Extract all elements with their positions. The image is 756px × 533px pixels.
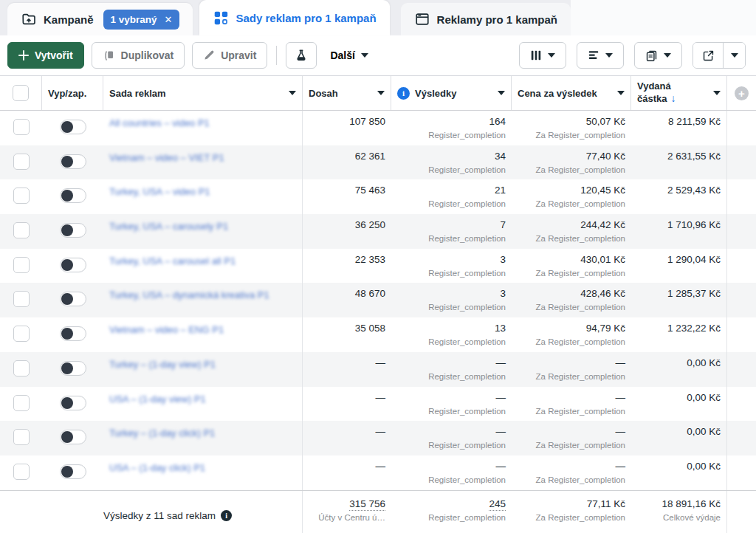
table-body: All countries – video P1 107 850 164 Reg… xyxy=(0,111,756,490)
adset-name[interactable]: Vietnam – video – VIET P1 xyxy=(109,150,296,164)
adset-active-toggle[interactable] xyxy=(60,430,86,444)
duplicate-icon xyxy=(103,49,115,62)
adset-name[interactable]: Turkey, USA – carousel all P1 xyxy=(109,253,296,267)
row-toggle-cell xyxy=(42,145,103,180)
results-cell: — Register_completion xyxy=(391,421,512,455)
header-reach-label: Dosah xyxy=(309,88,338,99)
selected-filter-badge[interactable]: 1 vybraný ✕ xyxy=(103,10,180,30)
export-button[interactable] xyxy=(693,43,723,68)
footer-results-value[interactable]: 245 xyxy=(489,498,506,511)
create-button[interactable]: Vytvořit xyxy=(7,42,84,69)
adset-name-cell: Turkey, USA – carousel all P1 xyxy=(103,249,303,283)
row-checkbox-cell xyxy=(0,455,42,490)
cost-cell: — Za Register_completion xyxy=(512,455,631,490)
row-checkbox[interactable] xyxy=(13,360,30,376)
row-checkbox[interactable] xyxy=(13,188,30,204)
reports-button[interactable] xyxy=(634,42,682,69)
adset-name[interactable]: USA – (1-day view) P1 xyxy=(109,391,296,405)
cost-value: 77,40 Kč xyxy=(518,150,625,162)
header-results[interactable]: i Výsledky xyxy=(391,76,512,110)
columns-button[interactable] xyxy=(519,42,566,69)
results-cell: 7 Register_completion xyxy=(391,214,512,249)
table-row: Turkey, USA – video P1 75 463 21 Registe… xyxy=(0,179,756,214)
row-checkbox[interactable] xyxy=(13,257,30,273)
row-toggle-cell xyxy=(42,214,103,249)
row-checkbox[interactable] xyxy=(13,222,30,238)
row-checkbox[interactable] xyxy=(13,429,30,445)
export-menu-button[interactable] xyxy=(723,43,745,68)
adset-active-toggle[interactable] xyxy=(60,154,86,169)
header-checkbox-cell xyxy=(0,76,42,110)
footer-reach-cell: 315 756 Účty v Centru ú… xyxy=(303,491,391,533)
adset-name[interactable]: Vietnam – video – ENG P1 xyxy=(109,322,296,336)
info-icon[interactable]: i xyxy=(221,510,232,521)
row-checkbox[interactable] xyxy=(13,154,30,170)
row-checkbox[interactable] xyxy=(13,119,30,135)
edit-button[interactable]: Upravit xyxy=(192,42,267,69)
adset-name-cell: USA – (1-day click) P1 xyxy=(103,455,303,490)
adset-name[interactable]: Turkey, USA – carousely P1 xyxy=(109,219,296,233)
adset-active-toggle[interactable] xyxy=(60,292,86,306)
footer-reach-value[interactable]: 315 756 xyxy=(349,498,385,511)
adset-active-toggle[interactable] xyxy=(60,361,86,376)
footer-summary-cell: Výsledky z 11 sad reklam i xyxy=(103,491,303,533)
cost-cell: 430,01 Kč Za Register_completion xyxy=(512,249,631,283)
spent-value: 0,00 Kč xyxy=(637,357,721,369)
row-checkbox[interactable] xyxy=(13,326,30,342)
header-reach[interactable]: Dosah xyxy=(303,76,391,110)
reach-cell: 35 058 xyxy=(303,317,391,352)
adset-active-toggle[interactable] xyxy=(60,464,86,479)
sort-descending-icon: ↓ xyxy=(670,92,676,104)
toggle-knob xyxy=(61,190,73,202)
spent-cell: 1 290,04 Kč xyxy=(631,249,727,283)
header-spent[interactable]: Vydaná částka↓ xyxy=(631,76,727,110)
more-button[interactable]: Další xyxy=(324,42,374,69)
reach-cell: 36 250 xyxy=(303,214,391,249)
chevron-down-icon[interactable] xyxy=(377,91,385,95)
tab-ads[interactable]: Reklamy pro 1 kampaň xyxy=(401,3,571,35)
results-cell: 164 Register_completion xyxy=(391,111,512,145)
chevron-down-icon[interactable] xyxy=(617,91,625,95)
results-sub: Register_completion xyxy=(397,475,506,486)
ab-test-button[interactable] xyxy=(286,42,317,69)
add-column-icon[interactable]: + xyxy=(735,86,749,100)
adset-name[interactable]: Turkey, USA – video P1 xyxy=(109,184,296,198)
adset-active-toggle[interactable] xyxy=(60,120,86,134)
adset-active-toggle[interactable] xyxy=(60,188,86,203)
footer-cost-cell: 77,11 Kč Za Register_completion xyxy=(512,491,631,533)
row-checkbox[interactable] xyxy=(13,464,30,480)
cost-value: 50,07 Kč xyxy=(518,115,625,128)
chevron-down-icon[interactable] xyxy=(289,91,296,95)
spent-cell: 0,00 Kč xyxy=(631,421,727,455)
info-icon[interactable]: i xyxy=(397,87,410,100)
header-adset-name[interactable]: Sada reklam xyxy=(103,76,303,110)
chevron-down-icon[interactable] xyxy=(498,91,505,95)
select-all-checkbox[interactable] xyxy=(13,85,29,101)
toolbar-divider xyxy=(276,46,277,65)
plus-icon xyxy=(18,50,29,61)
header-toggle[interactable]: Vyp/zap. xyxy=(42,76,103,110)
adset-active-toggle[interactable] xyxy=(60,258,86,272)
header-name-label: Sada reklam xyxy=(109,88,166,99)
adset-name[interactable]: Turkey – (1-day view) P1 xyxy=(109,357,296,371)
adset-name[interactable]: USA – (1-day click) P1 xyxy=(109,460,296,474)
adset-active-toggle[interactable] xyxy=(60,326,86,341)
row-checkbox[interactable] xyxy=(13,395,30,411)
duplicate-button[interactable]: Duplikovat xyxy=(92,42,185,69)
adset-name[interactable]: Turkey, USA – dynamická kreativa P1 xyxy=(109,287,296,301)
breakdown-button[interactable] xyxy=(577,42,624,69)
row-checkbox[interactable] xyxy=(13,291,30,307)
adset-name-cell: Turkey, USA – carousely P1 xyxy=(103,214,303,249)
adset-active-toggle[interactable] xyxy=(60,396,86,410)
chevron-down-icon[interactable] xyxy=(713,91,721,95)
badge-close-icon[interactable]: ✕ xyxy=(165,14,173,25)
tab-adsets[interactable]: Sady reklam pro 1 kampaň xyxy=(199,0,389,35)
adset-name[interactable]: Turkey – (1-day click) P1 xyxy=(109,425,296,439)
toolbar: Vytvořit Duplikovat Upravit Další xyxy=(0,35,756,76)
header-cost[interactable]: Cena za výsledek xyxy=(512,76,631,110)
tab-campaigns[interactable]: Kampaně 1 vybraný ✕ xyxy=(7,3,193,35)
adset-name[interactable]: All countries – video P1 xyxy=(109,115,296,129)
adset-active-toggle[interactable] xyxy=(60,223,86,238)
results-sub: Register_completion xyxy=(397,406,506,417)
add-column-cell xyxy=(727,249,756,283)
